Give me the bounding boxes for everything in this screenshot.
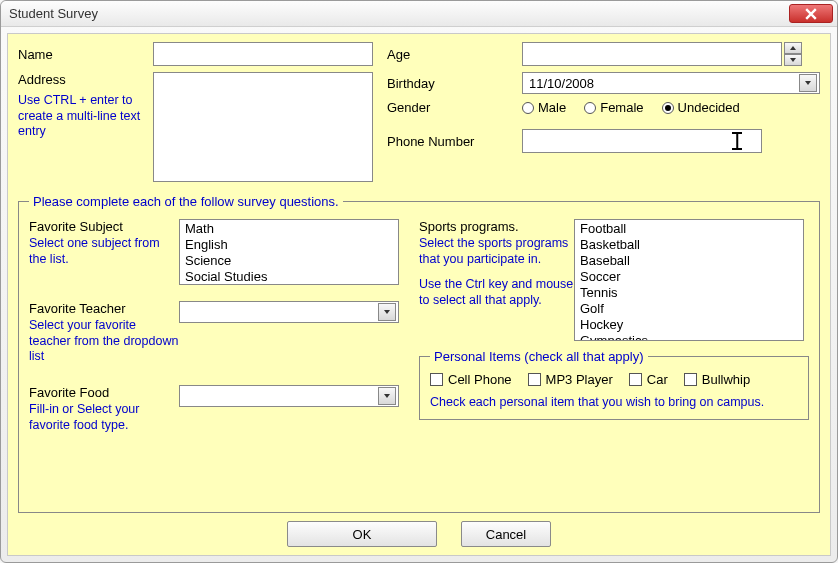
birthday-value: 11/10/2008: [529, 76, 799, 91]
phone-label: Phone Number: [387, 134, 522, 149]
food-dropdown-button[interactable]: [378, 387, 396, 405]
ok-button[interactable]: OK: [287, 521, 437, 547]
list-item[interactable]: Soccer: [576, 269, 802, 285]
personal-legend: Personal Items (check all that apply): [430, 349, 648, 364]
content-panel: Name Address Use CTRL + enter to create …: [7, 33, 831, 556]
list-item[interactable]: Tennis: [576, 285, 802, 301]
birthday-picker[interactable]: 11/10/2008: [522, 72, 820, 94]
subject-listbox[interactable]: Math English Science Social Studies: [179, 219, 399, 285]
survey-legend: Please complete each of the follow surve…: [29, 194, 343, 209]
list-item[interactable]: Science: [181, 253, 397, 269]
teacher-hint: Select your favorite teacher from the dr…: [29, 318, 179, 365]
radio-label: Female: [600, 100, 643, 115]
age-spin-up[interactable]: [784, 42, 802, 54]
chevron-down-icon: [383, 392, 391, 400]
close-button[interactable]: [789, 4, 833, 23]
subject-hint: Select one subject from the list.: [29, 236, 179, 267]
food-label: Favorite Food: [29, 385, 179, 400]
close-icon: [805, 8, 817, 20]
check-mp3-player[interactable]: MP3 Player: [528, 372, 613, 387]
teacher-combobox[interactable]: [179, 301, 399, 323]
cancel-button[interactable]: Cancel: [461, 521, 551, 547]
list-item[interactable]: Hockey: [576, 317, 802, 333]
teacher-dropdown-button[interactable]: [378, 303, 396, 321]
radio-icon: [662, 102, 674, 114]
check-label: Bullwhip: [702, 372, 750, 387]
titlebar: Student Survey: [1, 1, 837, 27]
list-item[interactable]: Baseball: [576, 253, 802, 269]
address-hint: Use CTRL + enter to create a multi-line …: [18, 93, 153, 140]
check-car[interactable]: Car: [629, 372, 668, 387]
check-label: Car: [647, 372, 668, 387]
checkbox-icon: [629, 373, 642, 386]
list-item[interactable]: Basketball: [576, 237, 802, 253]
checkbox-icon: [430, 373, 443, 386]
list-item[interactable]: English: [181, 237, 397, 253]
gender-radio-undecided[interactable]: Undecided: [662, 100, 740, 115]
age-spin-down[interactable]: [784, 54, 802, 66]
address-input[interactable]: [153, 72, 373, 182]
chevron-down-icon: [383, 308, 391, 316]
birthday-dropdown-button[interactable]: [799, 74, 817, 92]
teacher-label: Favorite Teacher: [29, 301, 179, 316]
name-label: Name: [18, 47, 153, 62]
checkbox-icon: [528, 373, 541, 386]
radio-icon: [584, 102, 596, 114]
check-bullwhip[interactable]: Bullwhip: [684, 372, 750, 387]
button-row: OK Cancel: [18, 513, 820, 549]
gender-radio-male[interactable]: Male: [522, 100, 566, 115]
list-item[interactable]: Football: [576, 221, 802, 237]
list-item[interactable]: Social Studies: [181, 269, 397, 285]
phone-input[interactable]: [522, 129, 762, 153]
check-label: Cell Phone: [448, 372, 512, 387]
radio-label: Undecided: [678, 100, 740, 115]
food-combobox[interactable]: [179, 385, 399, 407]
personal-items-group: Personal Items (check all that apply) Ce…: [419, 349, 809, 420]
list-item[interactable]: Math: [181, 221, 397, 237]
age-label: Age: [387, 47, 522, 62]
chevron-down-icon: [804, 79, 812, 87]
sports-label: Sports programs.: [419, 219, 574, 234]
age-input[interactable]: [522, 42, 782, 66]
dialog-window: Student Survey Name Address Use CTRL + e…: [0, 0, 838, 563]
subject-label: Favorite Subject: [29, 219, 179, 234]
name-input[interactable]: [153, 42, 373, 66]
sports-hint-2: Use the Ctrl key and mouse to select all…: [419, 277, 574, 308]
radio-icon: [522, 102, 534, 114]
checkbox-icon: [684, 373, 697, 386]
sports-hint-1: Select the sports programs that you part…: [419, 236, 574, 267]
birthday-label: Birthday: [387, 76, 522, 91]
window-title: Student Survey: [9, 6, 98, 21]
list-item[interactable]: Gymnastics: [576, 333, 802, 341]
survey-group: Please complete each of the follow surve…: [18, 194, 820, 513]
gender-radio-female[interactable]: Female: [584, 100, 643, 115]
address-label: Address: [18, 72, 153, 87]
food-hint: Fill-in or Select your favorite food typ…: [29, 402, 179, 433]
sports-listbox[interactable]: Football Basketball Baseball Soccer Tenn…: [574, 219, 804, 341]
check-label: MP3 Player: [546, 372, 613, 387]
gender-label: Gender: [387, 100, 522, 115]
list-item[interactable]: Golf: [576, 301, 802, 317]
check-cell-phone[interactable]: Cell Phone: [430, 372, 512, 387]
radio-label: Male: [538, 100, 566, 115]
personal-hint: Check each personal item that you wish t…: [430, 395, 798, 411]
